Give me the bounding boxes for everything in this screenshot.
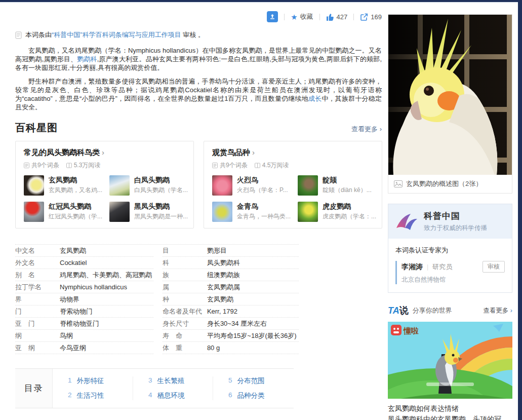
starmap-card-title[interactable]: 常见的凤头鹦鹉科鸟类›	[24, 148, 185, 158]
infobox-row: 门脊索动物门	[15, 306, 153, 318]
infobox-label: 界	[15, 295, 60, 304]
infobox-value-link[interactable]: 脊索动物门	[60, 307, 93, 316]
kepu-china-subtitle: 致力于权威的科学传播	[424, 224, 487, 233]
toc-item-breeding[interactable]: 3生长繁殖	[148, 376, 213, 386]
infobox-row: 别 名鸡尾鹦鹉、卡美鹦鹉、高冠鹦鹉	[15, 269, 153, 281]
toc-item-appearance[interactable]: 1外形特征	[68, 376, 133, 386]
review-notice: 本词条由“科普中国”科学百科词条编写与应用工作项目 审核 。	[15, 30, 382, 40]
infobox-row: 纲鸟纲	[15, 330, 153, 342]
infobox-value: 鸟纲	[60, 331, 73, 340]
infobox-value: 今鸟亚纲	[60, 343, 86, 353]
cockatiel-photo[interactable]	[388, 15, 512, 175]
scrollbar[interactable]	[518, 0, 522, 420]
infobox-label: 科	[163, 258, 207, 268]
inline-link[interactable]: 成长	[308, 95, 322, 102]
starmap-item[interactable]: 白凤头鹦鹉白凤头鹦鹉（学名...	[109, 175, 188, 196]
divider: |	[427, 263, 428, 271]
share-icon	[360, 13, 368, 21]
starmap-item-name: 金青鸟	[237, 202, 291, 211]
tashuo-card-title[interactable]: 玄凤鹦鹉如何表达情绪	[388, 403, 512, 414]
starmap-item-name: 火烈鸟	[237, 175, 288, 184]
toc-item-distribution[interactable]: 5分布范围	[228, 376, 293, 386]
infobox-label: 种	[163, 295, 207, 304]
quick-top-button[interactable]	[267, 11, 278, 22]
starmap-item[interactable]: 玄凤鹦鹉玄凤鹦鹉，又名鸡...	[24, 175, 102, 196]
infobox-value: 身长30~34 厘米左右	[207, 319, 267, 328]
infobox-row: 种玄凤鹦鹉	[163, 293, 299, 306]
expert-block: 李湘涛 | 研究员 审核 北京自然博物馆	[395, 261, 505, 284]
infobox-row: 寿 命平均寿命15岁~18岁(最长36岁)	[163, 330, 299, 342]
expert-organization: 北京自然博物馆	[401, 276, 505, 284]
favorite-button[interactable]: ★ 收藏	[291, 12, 313, 21]
starmap-item[interactable]: 黑凤头鹦鹉黑凤头鹦鹉是一种...	[109, 202, 188, 222]
infobox-label: 中文名	[15, 246, 60, 255]
starmap-item-thumbnail	[109, 175, 130, 196]
review-notice-text: 本词条由“科普中国”科学百科词条编写与应用工作项目 审核 。	[25, 30, 205, 40]
starmap-item[interactable]: 虎皮鹦鹉虎皮鹦鹉（学名：...	[298, 202, 376, 222]
infobox-value: 鹦形目	[207, 246, 227, 255]
kepu-china-card: 科普中国 致力于权威的科学传播 本词条认证专家为 李湘涛 | 研究员 审核	[388, 204, 512, 293]
toc-columns: 1外形特征 2生活习性 3生长繁殖 4栖息环境 5分布范围 6品种分类	[53, 369, 293, 408]
photo-caption[interactable]: 玄凤鹦鹉的概述图（2张）	[388, 175, 512, 193]
starmap-item[interactable]: 靛颏靛颏（diàn kē）...	[298, 175, 376, 196]
toc-item-habits[interactable]: 2生活习性	[68, 391, 133, 400]
tashuo-logo: TA	[388, 306, 399, 316]
expert-name[interactable]: 李湘涛	[401, 262, 423, 272]
infobox-value: Kerr, 1792	[207, 308, 237, 315]
infobox-value-link[interactable]: 纽澳鹦鹉族	[207, 271, 240, 280]
infobox-value: 动物界	[60, 295, 79, 304]
starmap-item-name: 红冠凤头鹦鹉	[49, 202, 102, 211]
infobox-label: 族	[163, 271, 207, 280]
toc-title: 目录	[15, 369, 53, 408]
starmap-card-title[interactable]: 观赏鸟品种›	[212, 148, 374, 158]
toc-item-varieties[interactable]: 6品种分类	[228, 391, 293, 400]
starmap-item[interactable]: 红冠凤头鹦鹉红冠凤头鹦鹉（学...	[24, 202, 102, 222]
entry-count: 共9个词条	[31, 161, 59, 170]
tashuo-video-thumbnail[interactable]: 懂啦	[388, 322, 512, 399]
infobox-right-column: 目鹦形目 科凤头鹦鹉科 族纽澳鹦鹉族 属玄凤鹦鹉属 种玄凤鹦鹉 命名者及年代Ke…	[163, 245, 299, 354]
table-of-contents: 目录 1外形特征 2生活习性 3生长繁殖 4栖息环境 5分布范围 6品种分类	[15, 368, 294, 408]
infobox-row: 界动物界	[15, 293, 153, 306]
starmap-item[interactable]: 金青鸟金青鸟，一种鸟类...	[212, 202, 291, 222]
starmap-header: 百科星图 查看更多 ›	[15, 121, 382, 135]
infobox-label: 拉丁学名	[15, 283, 60, 292]
read-count: 5.3万阅读	[74, 161, 101, 170]
starmap-item-name: 靛颏	[323, 175, 372, 184]
baike-entry-page: ★ 收藏 427 169	[0, 0, 522, 420]
toc-column: 1外形特征 2生活习性	[53, 376, 133, 400]
tashuo-card-desc[interactable]: 凤头鹦鹉科中的玄凤鹦鹉，头顶的冠...	[388, 414, 512, 420]
infobox-row: 科凤头鹦鹉科	[163, 257, 299, 269]
infobox-row: 亚 门脊椎动物亚门	[15, 318, 153, 330]
kepu-china-header[interactable]: 科普中国 致力于权威的科学传播	[388, 204, 512, 239]
infobox-label: 属	[163, 283, 207, 292]
document-icon	[15, 31, 22, 39]
starmap-item-name: 玄凤鹦鹉	[49, 175, 102, 184]
starmap-item-thumbnail	[212, 175, 232, 196]
divider	[284, 14, 285, 20]
infobox-value: 玄凤鹦鹉	[207, 295, 233, 304]
book-icon	[255, 163, 260, 168]
list-icon	[24, 163, 29, 168]
infobox-label: 纲	[15, 331, 60, 340]
star-icon: ★	[291, 13, 297, 21]
inline-link[interactable]: “科普中国”科学百科词条编写与应用工作项目	[52, 31, 181, 39]
divider	[319, 14, 320, 20]
divider	[353, 14, 354, 20]
like-button[interactable]: 427	[326, 13, 348, 21]
basic-infobox: 中文名玄凤鹦鹉 外文名Cockatiel 别 名鸡尾鹦鹉、卡美鹦鹉、高冠鹦鹉 拉…	[15, 244, 299, 354]
inline-link[interactable]: 鹦鹉科	[77, 55, 97, 63]
toc-column: 3生长繁殖 4栖息环境	[133, 376, 213, 400]
toc-item-habitat[interactable]: 4栖息环境	[148, 391, 213, 400]
kepu-china-body: 本词条认证专家为 李湘涛 | 研究员 审核 北京自然博物馆	[388, 239, 512, 292]
starmap-item-grid: 玄凤鹦鹉玄凤鹦鹉，又名鸡... 白凤头鹦鹉白凤头鹦鹉（学名... 红冠凤头鹦鹉红…	[24, 175, 185, 222]
starmap-more-link[interactable]: 查看更多 ›	[351, 125, 382, 134]
starmap-item-thumbnail	[24, 202, 44, 222]
svg-text:懂啦: 懂啦	[403, 326, 419, 335]
starmap-item-desc: 黑凤头鹦鹉是一种...	[134, 212, 188, 220]
read-count: 4.5万阅读	[262, 161, 289, 170]
starmap-item[interactable]: 火烈鸟火烈鸟（学名：P...	[212, 175, 291, 196]
infobox-left-column: 中文名玄凤鹦鹉 外文名Cockatiel 别 名鸡尾鹦鹉、卡美鹦鹉、高冠鹦鹉 拉…	[15, 245, 153, 354]
share-button[interactable]: 169	[360, 13, 382, 21]
tashuo-more-link[interactable]: 查看更多 ›	[483, 307, 512, 315]
audit-badge[interactable]: 审核	[483, 261, 505, 273]
